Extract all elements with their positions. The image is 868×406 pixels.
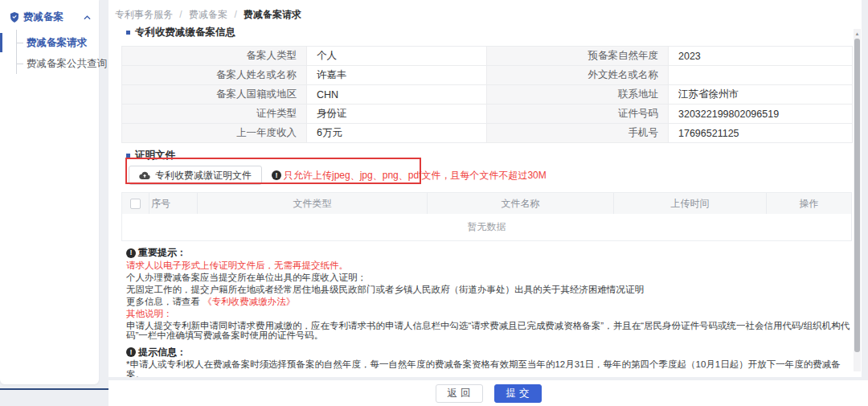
proof-files-table: 序号 文件类型 文件名称 上传时间 操作 暂无数据 xyxy=(121,192,852,241)
sidebar-item-fee-reduction-request[interactable]: 费减备案请求 xyxy=(0,32,99,53)
section-title-proof-files: 证明文件 xyxy=(126,150,862,160)
breadcrumb-item-patent-services[interactable]: 专利事务服务 xyxy=(115,9,173,20)
info-icon xyxy=(126,347,136,357)
notice-title-text: 重要提示： xyxy=(138,248,186,258)
scrollbar-up-arrow-icon[interactable]: ▲ xyxy=(854,29,861,38)
main-content: 专利事务服务 / 费减备案 / 费减备案请求 专利收费减缴备案信息 备案人类型 … xyxy=(108,0,862,377)
chevron-up-icon[interactable] xyxy=(84,15,91,20)
field-label: 证件类型 xyxy=(122,105,307,124)
select-all-checkbox[interactable] xyxy=(130,199,141,209)
field-label: 手机号 xyxy=(487,124,669,143)
field-label: 备案人姓名或名称 xyxy=(122,66,307,85)
important-notice-title: 重要提示： xyxy=(126,248,862,258)
tips-title-text: 提示信息： xyxy=(138,347,186,358)
footer-action-bar: 返回 提交 xyxy=(108,380,868,406)
page: 费减备案 费减备案请求 费减备案公共查询 专利事务服务 / 费减备案 / 费减备… xyxy=(0,0,868,406)
filing-info-table: 备案人类型 个人 预备案自然年度 2023 备案人姓名或名称 许嘉丰 外文姓名或… xyxy=(121,46,853,143)
sidebar: 费减备案 费减备案请求 费减备案公共查询 xyxy=(0,0,99,384)
tips-line-annual-validity: *申请人或专利权人在费减备案时须选择预备案的自然年度，每一自然年度的费减备案资格… xyxy=(126,359,854,377)
section-bullet-icon xyxy=(126,31,130,35)
field-label: 外文姓名或名称 xyxy=(487,66,669,85)
table-row: 上一年度收入 6万元 手机号 17696521125 xyxy=(122,124,853,143)
breadcrumb-item-current: 费减备案请求 xyxy=(244,9,301,20)
field-value-applicant-name: 许嘉丰 xyxy=(307,66,487,85)
breadcrumb-item-fee-reduction[interactable]: 费减备案 xyxy=(189,9,227,20)
vertical-scrollbar[interactable]: ▲ xyxy=(854,29,861,371)
notice-line-income-proof: 个人办理费减备案应当提交所在单位出具的年度收入证明； xyxy=(126,273,862,283)
field-value-id-number: 320322199802096519 xyxy=(669,105,853,124)
scrollbar-thumb[interactable] xyxy=(854,39,860,352)
table-row: 备案人国籍或地区 CHN 联系地址 江苏省徐州市 xyxy=(122,85,853,105)
upload-proof-file-button[interactable]: 专利收费减缴证明文件 xyxy=(129,166,262,185)
field-value-applicant-type: 个人 xyxy=(307,47,487,66)
important-notice: 重要提示： 请求人以电子形式上传证明文件后，无需再提交纸件。 个人办理费减备案应… xyxy=(126,248,862,341)
upload-button-label: 专利收费减缴证明文件 xyxy=(155,169,252,182)
column-header-file-name: 文件名称 xyxy=(428,193,614,214)
upload-row: 专利收费减缴证明文件 只允许上传jpeg、jpg、png、pdf文件，且每个文件… xyxy=(129,166,862,185)
sidebar-tree: 费减备案请求 费减备案公共查询 xyxy=(0,32,99,74)
tips-title: 提示信息： xyxy=(126,347,862,358)
field-value-nationality: CHN xyxy=(307,85,487,105)
breadcrumb-separator: / xyxy=(179,9,182,20)
breadcrumb: 专利事务服务 / 费减备案 / 费减备案请求 xyxy=(115,8,862,19)
notice-other-title: 其他说明： xyxy=(126,309,862,319)
back-button[interactable]: 返回 xyxy=(436,384,483,403)
field-value-mobile: 17696521125 xyxy=(669,124,853,143)
sidebar-group-fee-reduction[interactable]: 费减备案 xyxy=(0,0,99,29)
cloud-upload-icon xyxy=(139,171,150,180)
upload-hint: 只允许上传jpeg、jpg、png、pdf文件，且每个文件不超过30M xyxy=(272,169,547,182)
field-label: 备案人类型 xyxy=(122,47,307,66)
table-row: 证件类型 身份证 证件号码 320322199802096519 xyxy=(122,105,853,124)
more-info-prefix: 更多信息，请查看 xyxy=(126,297,203,306)
field-label: 备案人国籍或地区 xyxy=(122,85,307,105)
section-title-text: 专利收费减缴备案信息 xyxy=(135,26,235,39)
sidebar-group-label: 费减备案 xyxy=(23,10,80,24)
submit-button[interactable]: 提交 xyxy=(494,384,542,403)
empty-state-text: 暂无数据 xyxy=(122,214,851,240)
notice-line-more-info: 更多信息，请查看 《专利收费减缴办法》 xyxy=(126,297,862,307)
field-value-last-year-income: 6万元 xyxy=(307,124,487,143)
section-bullet-icon xyxy=(126,154,130,158)
table-row: 备案人姓名或名称 许嘉丰 外文姓名或名称 xyxy=(122,66,853,85)
section-title-text: 证明文件 xyxy=(135,149,175,162)
field-value-prefiling-year: 2023 xyxy=(669,47,853,66)
field-label: 联系地址 xyxy=(487,85,669,105)
section-title-filing-info: 专利收费减缴备案信息 xyxy=(126,27,862,38)
sidebar-item-label: 费减备案公共查询 xyxy=(27,58,107,69)
upload-hint-text: 只允许上传jpeg、jpg、png、pdf文件，且每个文件不超过30M xyxy=(284,169,547,182)
notice-other-line: 申请人提交专利新申请同时请求费用减缴的，应在专利请求书的申请人信息栏中勾选“请求… xyxy=(126,321,862,341)
sidebar-item-label: 费减备案请求 xyxy=(27,37,87,48)
tips-info: 提示信息： *申请人或专利权人在费减备案时须选择预备案的自然年度，每一自然年度的… xyxy=(126,347,862,378)
sidebar-bottom-divider xyxy=(0,388,108,390)
column-header-upload-time: 上传时间 xyxy=(614,193,767,214)
proof-files-table-header: 序号 文件类型 文件名称 上传时间 操作 xyxy=(122,193,851,214)
column-header-index: 序号 xyxy=(149,193,198,214)
info-icon xyxy=(126,248,136,258)
field-value-contact-address: 江苏省徐州市 xyxy=(669,85,853,105)
sidebar-item-fee-reduction-public-query[interactable]: 费减备案公共查询 xyxy=(0,53,99,74)
field-value-id-type: 身份证 xyxy=(307,105,487,124)
field-label: 上一年度收入 xyxy=(122,124,307,143)
notice-line-electronic-upload: 请求人以电子形式上传证明文件后，无需再提交纸件。 xyxy=(126,260,862,271)
fee-reduction-measures-link[interactable]: 《专利收费减缴办法》 xyxy=(203,297,295,306)
column-header-actions: 操作 xyxy=(767,193,851,214)
column-header-file-type: 文件类型 xyxy=(198,193,428,214)
notice-line-no-fixed-job: 无固定工作的，提交户籍所在地或者经常居住地县级民政部门或者乡镇人民政府（街道办事… xyxy=(126,285,862,295)
fee-reduction-badge-icon xyxy=(10,12,19,23)
field-value-foreign-name xyxy=(669,66,853,85)
info-icon xyxy=(272,170,281,180)
field-label: 证件号码 xyxy=(487,105,669,124)
field-label: 预备案自然年度 xyxy=(487,47,669,66)
table-row: 备案人类型 个人 预备案自然年度 2023 xyxy=(122,47,853,66)
breadcrumb-separator: / xyxy=(234,9,236,20)
